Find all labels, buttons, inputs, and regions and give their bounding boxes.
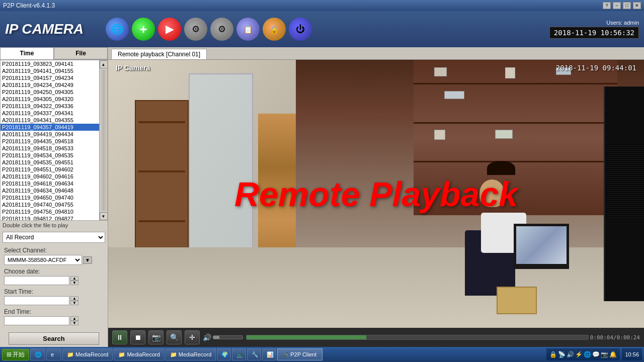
clock-time: 10:56 bbox=[625, 351, 639, 357]
taskbar-item-ie2[interactable]: 🌍 bbox=[217, 348, 231, 360]
playback-btn[interactable]: ▶ bbox=[158, 18, 181, 41]
list-item[interactable]: P20181119_094551_094602 bbox=[1, 166, 99, 173]
taskbar-item-mediarecord-2[interactable]: 📁 MediaRecord bbox=[114, 348, 164, 360]
end-time-up-btn[interactable]: ▲ bbox=[70, 316, 78, 321]
list-item[interactable]: A20181119_094234_094249 bbox=[1, 81, 99, 88]
list-item[interactable]: A20181119_094337_094341 bbox=[1, 110, 99, 117]
taskbar-item-mediarecord-3[interactable]: 📁 MediaRecord bbox=[166, 348, 216, 360]
browser-icon: 🌐 bbox=[35, 351, 42, 358]
date-label: Choose date: bbox=[4, 268, 104, 275]
list-item[interactable]: A20181119_094341_094355 bbox=[1, 117, 99, 124]
help-btn[interactable]: ? bbox=[603, 2, 611, 9]
taskbar-label-1: MediaRecord bbox=[75, 351, 108, 357]
scroll-down-btn[interactable]: ▼ bbox=[100, 212, 108, 220]
volume-icon: 🔊 bbox=[203, 333, 211, 341]
list-item[interactable]: A20181119_094419_094434 bbox=[1, 131, 99, 138]
list-item[interactable]: P20181119_094157_094234 bbox=[1, 74, 99, 81]
end-time-down-btn[interactable]: ▼ bbox=[70, 321, 78, 325]
record-type-select[interactable]: All Record All Alarm Motion bbox=[3, 232, 105, 243]
datetime-display: 2018-11-19 10:56:32 bbox=[549, 27, 639, 39]
tray-icon-1[interactable]: 🔒 bbox=[549, 351, 557, 358]
start-time-input[interactable]: 00:00:00 bbox=[4, 296, 69, 305]
ptz-btn[interactable]: ✛ bbox=[185, 330, 200, 344]
list-item[interactable]: P20181119_094534_094535 bbox=[1, 152, 99, 159]
person-hair bbox=[487, 161, 515, 175]
taskbar-item-p2p[interactable]: 📹 P2P Client bbox=[277, 348, 323, 360]
list-item[interactable]: P20181119_094650_094740 bbox=[1, 194, 99, 201]
list-item[interactable]: P20181119_094322_094336 bbox=[1, 103, 99, 110]
minimize-btn[interactable]: − bbox=[613, 2, 621, 9]
person-head bbox=[479, 179, 505, 207]
pause-btn[interactable]: ⏸ bbox=[112, 330, 127, 344]
taskbar-item-mediarecord-1[interactable]: 📁 MediaRecord bbox=[62, 348, 113, 360]
tab-file[interactable]: File bbox=[54, 47, 108, 59]
app: IP CAMERA 🌐 + ▶ ⚙ ⚙ 📋 🔒 ⏻ bbox=[0, 11, 644, 362]
scroll-up-btn[interactable]: ▲ bbox=[100, 60, 108, 68]
list-item[interactable]: A20181119_094602_094616 bbox=[1, 173, 99, 180]
list-item[interactable]: A20181119_094305_094320 bbox=[1, 96, 99, 103]
main-area: Remote playback [Channel 01] bbox=[108, 47, 644, 347]
taskbar-item-app3[interactable]: 📊 bbox=[262, 348, 276, 360]
lock-btn[interactable]: 🔒 bbox=[263, 18, 286, 41]
date-down-btn[interactable]: ▼ bbox=[70, 281, 78, 285]
files-btn[interactable]: 📋 bbox=[236, 18, 260, 41]
zoom-icon: 🔍 bbox=[170, 333, 179, 341]
scrollbar-track: ▲ ▼ bbox=[99, 60, 107, 220]
snapshot-btn[interactable]: 📷 bbox=[148, 330, 164, 344]
taskbar-item-browser[interactable]: 🌐 bbox=[30, 348, 45, 360]
tab-remote-playback[interactable]: Remote playback [Channel 01] bbox=[111, 49, 207, 59]
list-item[interactable]: A20181119_094141_094155 bbox=[1, 67, 99, 74]
record-btn[interactable]: ⚙ bbox=[184, 18, 207, 41]
list-item-selected[interactable]: P20181119_094357_094419 bbox=[1, 124, 99, 131]
volume-bar[interactable] bbox=[213, 335, 243, 339]
scroll-thumb[interactable] bbox=[100, 69, 107, 211]
end-time-spinners: ▲ ▼ bbox=[70, 316, 78, 325]
end-time-input[interactable]: 23:59:59 bbox=[4, 316, 69, 325]
list-item[interactable]: P20181119_094250_094305 bbox=[1, 88, 99, 96]
search-btn[interactable]: Search bbox=[9, 332, 99, 345]
tray-icon-2[interactable]: 📡 bbox=[558, 351, 566, 358]
maximize-btn[interactable]: □ bbox=[623, 2, 631, 9]
end-time-label: End Time: bbox=[4, 308, 104, 315]
list-item[interactable]: P20181119_094812_094827 bbox=[1, 215, 99, 220]
date-input[interactable]: 2018-11-19 bbox=[4, 276, 69, 285]
tray-icon-6[interactable]: 💬 bbox=[592, 351, 600, 358]
list-item[interactable]: P20181119_094618_094634 bbox=[1, 180, 99, 187]
start-button[interactable]: ⊞ 开始 bbox=[2, 349, 29, 360]
list-item[interactable]: P20181119_093823_094141 bbox=[1, 60, 99, 67]
list-item[interactable]: P20181119_094756_094810 bbox=[1, 208, 99, 215]
tray-icon-5[interactable]: 🌐 bbox=[584, 351, 591, 358]
tray-icon-7[interactable]: 📷 bbox=[601, 351, 608, 358]
power-btn[interactable]: ⏻ bbox=[289, 18, 312, 41]
header-right: Users: admin 2018-11-19 10:56:32 bbox=[549, 20, 639, 39]
video-container: IP Camera 2018-11-19 09:44:01 Remote Pla… bbox=[108, 60, 644, 328]
add-device-btn[interactable]: + bbox=[132, 18, 155, 41]
taskbar-item-app2[interactable]: 🔧 bbox=[247, 348, 261, 360]
progress-fill bbox=[247, 335, 366, 339]
taskbar-right: 🔒 📡 🔊 ⚡ 🌐 💬 📷 🔔 10:56 bbox=[546, 348, 642, 360]
zoom-btn[interactable]: 🔍 bbox=[167, 330, 182, 344]
settings-btn[interactable]: ⚙ bbox=[210, 18, 233, 41]
list-item[interactable]: A20181119_094518_094533 bbox=[1, 145, 99, 152]
channel-select[interactable]: MMMM-358580-ACFDF bbox=[4, 255, 82, 265]
taskbar-label-p2p: P2P Client bbox=[290, 351, 316, 357]
tray-icon-4[interactable]: ⚡ bbox=[575, 351, 583, 358]
list-item[interactable]: A20181119_094535_094551 bbox=[1, 159, 99, 166]
stop-btn[interactable]: ⏹ bbox=[130, 330, 145, 344]
globe-btn[interactable]: 🌐 bbox=[106, 18, 129, 41]
start-time-down-btn[interactable]: ▼ bbox=[70, 301, 78, 305]
date-up-btn[interactable]: ▲ bbox=[70, 276, 78, 281]
taskbar-item-ie[interactable]: e bbox=[46, 348, 61, 360]
taskbar-item-app1[interactable]: 📺 bbox=[232, 348, 246, 360]
tray-icon-8[interactable]: 🔔 bbox=[609, 351, 617, 358]
start-time-up-btn[interactable]: ▲ bbox=[70, 296, 78, 301]
tray-icon-3[interactable]: 🔊 bbox=[567, 351, 574, 358]
list-item[interactable]: P20181119_094435_094518 bbox=[1, 138, 99, 145]
tab-time[interactable]: Time bbox=[0, 47, 54, 59]
end-time-row: End Time: 23:59:59 ▲ ▼ bbox=[4, 308, 104, 325]
close-btn[interactable]: ✕ bbox=[633, 2, 641, 9]
progress-bar[interactable] bbox=[246, 335, 589, 340]
channel-dropdown-arrow[interactable]: ▼ bbox=[83, 256, 92, 264]
list-item[interactable]: A20181119_094740_094755 bbox=[1, 201, 99, 208]
list-item[interactable]: A20181119_094634_094648 bbox=[1, 187, 99, 194]
